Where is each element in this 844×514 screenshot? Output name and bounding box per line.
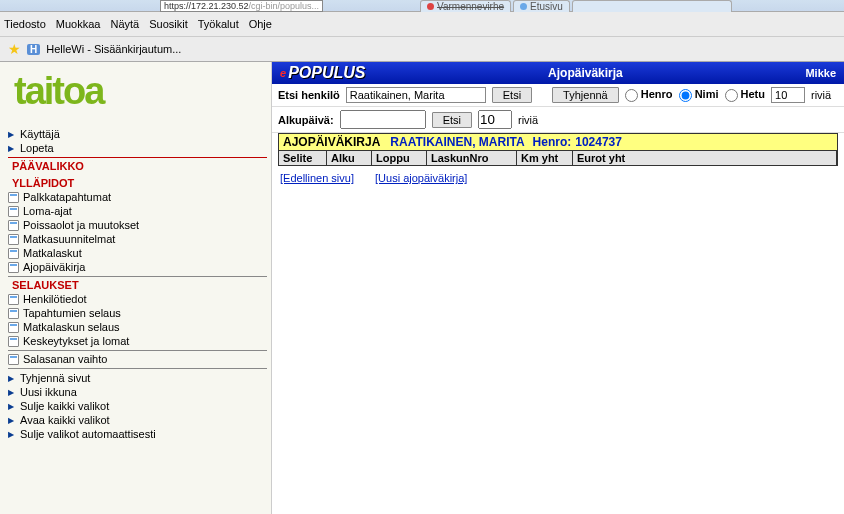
h-icon: H: [27, 44, 40, 55]
sidebar-item-sulje-valikot[interactable]: ▶Sulje kaikki valikot: [8, 399, 267, 413]
col-eurot: Eurot yht: [573, 151, 837, 165]
sidebar-item-avaa-valikot[interactable]: ▶Avaa kaikki valikot: [8, 413, 267, 427]
sidebar-item-keskeytykset[interactable]: Keskeytykset ja lomat: [8, 334, 267, 348]
bullet-icon: ▶: [8, 130, 14, 139]
page-title: Ajopäiväkirja: [365, 66, 805, 80]
star-icon[interactable]: ★: [8, 41, 21, 57]
date-search-button[interactable]: Etsi: [432, 112, 472, 128]
sidebar-item-palkkatapahtumat[interactable]: Palkkatapahtumat: [8, 190, 267, 204]
record-henro-label: Henro:: [533, 135, 572, 149]
browser-tab-2[interactable]: Etusivu: [513, 0, 570, 12]
browser-top-bar: https://172.21.230.52/cgi-bin/populus...…: [0, 0, 844, 12]
doc-icon: [8, 206, 19, 217]
search-row: Etsi henkilö Etsi Tyhjennä Henro Nimi He…: [272, 84, 844, 107]
col-laskun: LaskunNro: [427, 151, 517, 165]
doc-icon: [8, 234, 19, 245]
bullet-icon: ▶: [8, 144, 14, 153]
brand-name: POPULUS: [288, 64, 365, 82]
bullet-icon: ▶: [8, 402, 14, 411]
prev-page-link[interactable]: [Edellinen sivu]: [280, 172, 354, 184]
date-label: Alkupäivä:: [278, 114, 334, 126]
browser-tab-1[interactable]: Varmennevirhe: [420, 0, 511, 12]
doc-icon: [8, 308, 19, 319]
menu-muokkaa[interactable]: Muokkaa: [56, 18, 101, 30]
col-alku: Alku: [327, 151, 372, 165]
sidebar-item-tyhjenna[interactable]: ▶Tyhjennä sivut: [8, 371, 267, 385]
radio-nimi-label[interactable]: Nimi: [679, 88, 719, 102]
browser-menu-bar: Tiedosto Muokkaa Näytä Suosikit Työkalut…: [0, 12, 844, 37]
doc-icon: [8, 336, 19, 347]
menu-tyokalut[interactable]: Työkalut: [198, 18, 239, 30]
sidebar-item-matkalaskun[interactable]: Matkalaskun selaus: [8, 320, 267, 334]
bullet-icon: ▶: [8, 430, 14, 439]
sidebar-item-matkasuunnitelmat[interactable]: Matkasuunnitelmat: [8, 232, 267, 246]
radio-henro-label[interactable]: Henro: [625, 88, 673, 102]
record-title-row: AJOPÄIVÄKIRJA RAATIKAINEN, MARITA Henro:…: [279, 134, 837, 151]
radio-henro[interactable]: [625, 89, 638, 102]
record-title: AJOPÄIVÄKIRJA: [283, 135, 380, 149]
sidebar-item-lopeta[interactable]: ▶Lopeta: [8, 141, 267, 155]
sidebar-item-loma-ajat[interactable]: Loma-ajat: [8, 204, 267, 218]
warning-icon: [427, 3, 434, 10]
bullet-icon: ▶: [8, 388, 14, 397]
doc-icon: [8, 220, 19, 231]
search-button[interactable]: Etsi: [492, 87, 532, 103]
browser-tabs: Varmennevirhe Etusivu: [420, 0, 732, 12]
data-headers: Selite Alku Loppu LaskunNro Km yht Eurot…: [279, 151, 837, 165]
logo: taitoa: [14, 70, 267, 113]
sidebar-item-tapahtumien[interactable]: Tapahtumien selaus: [8, 306, 267, 320]
menu-tiedosto[interactable]: Tiedosto: [4, 18, 46, 30]
favorite-link[interactable]: HelleWi - Sisäänkirjautum...: [46, 43, 181, 55]
brand-e: e: [280, 67, 286, 79]
radio-nimi[interactable]: [679, 89, 692, 102]
sidebar-item-salasana[interactable]: Salasanan vaihto: [8, 350, 267, 366]
section-yllapidot[interactable]: YLLÄPIDOT: [8, 175, 267, 190]
page-icon: [520, 3, 527, 10]
clear-button[interactable]: Tyhjennä: [552, 87, 619, 103]
sidebar-item-matkalaskut[interactable]: Matkalaskut: [8, 246, 267, 260]
doc-icon: [8, 354, 19, 365]
col-selite: Selite: [279, 151, 327, 165]
sidebar-item-uusi-ikkuna[interactable]: ▶Uusi ikkuna: [8, 385, 267, 399]
section-selaukset[interactable]: SELAUKSET: [8, 276, 267, 292]
sidebar-item-henkilotiedot[interactable]: Henkilötiedot: [8, 292, 267, 306]
sidebar-item-poissaolot[interactable]: Poissaolot ja muutokset: [8, 218, 267, 232]
col-loppu: Loppu: [372, 151, 427, 165]
user-name: Mikke: [805, 67, 836, 79]
paging-links: [Edellinen sivu] [Uusi ajopäiväkirja]: [272, 166, 844, 190]
favorites-bar: ★ H HelleWi - Sisäänkirjautum...: [0, 37, 844, 62]
col-km: Km yht: [517, 151, 573, 165]
sidebar-item-ajopaivakirja[interactable]: Ajopäiväkirja: [8, 260, 267, 274]
app-header: e POPULUS Ajopäiväkirja Mikke: [272, 62, 844, 84]
doc-icon: [8, 248, 19, 259]
record-person: RAATIKAINEN, MARITA: [390, 135, 524, 149]
sidebar-item-sulje-auto[interactable]: ▶Sulje valikot automaattisesti: [8, 427, 267, 441]
menu-suosikit[interactable]: Suosikit: [149, 18, 188, 30]
record-henro-value: 1024737: [575, 135, 622, 149]
date-rows-label: riviä: [518, 114, 538, 126]
doc-icon: [8, 262, 19, 273]
date-input[interactable]: [340, 110, 426, 129]
doc-icon: [8, 294, 19, 305]
url-bar[interactable]: https://172.21.230.52/cgi-bin/populus...: [160, 0, 323, 12]
sidebar: taitoa ▶Käyttäjä ▶Lopeta PÄÄVALIKKO YLLÄ…: [0, 62, 272, 514]
menu-ohje[interactable]: Ohje: [249, 18, 272, 30]
bullet-icon: ▶: [8, 416, 14, 425]
section-paavalikko[interactable]: PÄÄVALIKKO: [8, 157, 267, 173]
rows-input[interactable]: [771, 87, 805, 103]
new-entry-link[interactable]: [Uusi ajopäiväkirja]: [375, 172, 467, 184]
radio-hetu-label[interactable]: Hetu: [725, 88, 766, 102]
doc-icon: [8, 192, 19, 203]
menu-nayta[interactable]: Näytä: [110, 18, 139, 30]
data-box: AJOPÄIVÄKIRJA RAATIKAINEN, MARITA Henro:…: [278, 133, 838, 166]
content-area: e POPULUS Ajopäiväkirja Mikke Etsi henki…: [272, 62, 844, 514]
sidebar-item-kayttaja[interactable]: ▶Käyttäjä: [8, 127, 267, 141]
date-rows-input[interactable]: [478, 110, 512, 129]
search-input[interactable]: [346, 87, 486, 103]
search-label: Etsi henkilö: [278, 89, 340, 101]
browser-tab-3[interactable]: [572, 0, 732, 12]
rows-label: riviä: [811, 89, 831, 101]
radio-hetu[interactable]: [725, 89, 738, 102]
date-row: Alkupäivä: Etsi riviä: [272, 107, 844, 133]
doc-icon: [8, 322, 19, 333]
